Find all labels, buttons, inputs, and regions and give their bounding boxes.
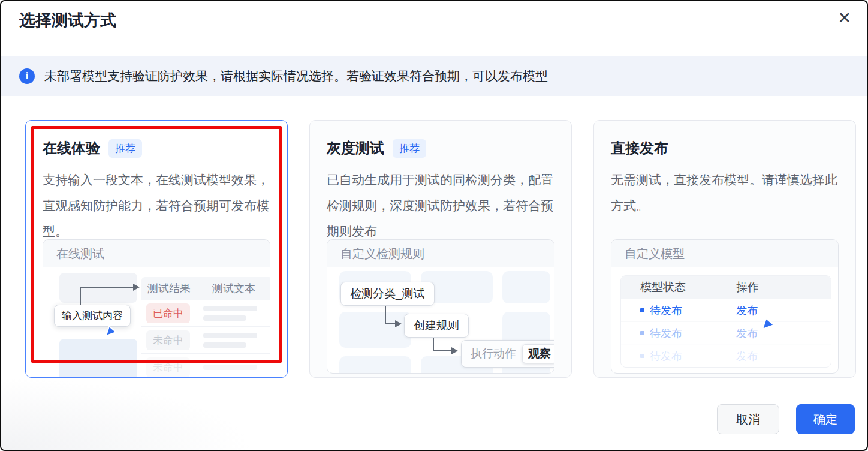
card-online-experience[interactable]: 在线体验 推荐 支持输入一段文本，在线测试模型效果，直观感知防护能力，若符合预期… <box>25 120 288 378</box>
column-header: 模型状态 <box>621 279 736 295</box>
confirm-button[interactable]: 确定 <box>796 404 855 434</box>
table-row: 待发布 发布 <box>621 344 831 367</box>
status-badge: 未命中 <box>146 330 190 350</box>
info-banner: i 未部署模型支持验证防护效果，请根据实际情况选择。若验证效果符合预期，可以发布… <box>1 56 867 96</box>
placeholder-bars <box>203 306 257 321</box>
card-head: 灰度测试 推荐 <box>327 139 554 158</box>
flow-action-label: 执行动作 <box>471 346 516 362</box>
card-description: 已自动生成用于测试的同检测分类，配置检测规则，深度测试防护效果，若符合预期则发布 <box>327 167 554 244</box>
card-gray-test[interactable]: 灰度测试 推荐 已自动生成用于测试的同检测分类，配置检测规则，深度测试防护效果，… <box>309 120 572 378</box>
card-description: 无需测试，直接发布模型。请谨慎选择此方式。 <box>611 167 839 218</box>
card-title: 在线体验 <box>43 139 100 158</box>
flow-step-create-rule: 创建规则 <box>404 314 469 338</box>
cursor-icon <box>761 318 776 332</box>
model-status-table: 模型状态 操作 待发布 发布 待发布 发布 待发布 <box>621 276 831 367</box>
preview-body: 检测分类_测试 创建规则 执行动作 观察 <box>327 267 554 372</box>
info-banner-text: 未部署模型支持验证防护效果，请根据实际情况选择。若验证效果符合预期，可以发布模型 <box>44 68 548 85</box>
card-title: 直接发布 <box>611 139 668 158</box>
table-row: 待发布 发布 <box>621 299 831 321</box>
preview-title: 自定义检测规则 <box>327 240 554 267</box>
publish-link: 发布 <box>736 349 758 363</box>
status-dot <box>640 354 644 358</box>
card-description: 支持输入一段文本，在线测试模型效果，直观感知防护能力，若符合预期可发布模型。 <box>43 167 270 244</box>
placeholder-bars <box>203 365 257 370</box>
preview-title: 自定义模型 <box>611 240 838 267</box>
flow-step-action: 执行动作 观察 <box>461 340 554 368</box>
page-title: 选择测试方式 <box>19 10 116 31</box>
test-method-cards: 在线体验 推荐 支持输入一段文本，在线测试模型效果，直观感知防护能力，若符合预期… <box>25 120 856 378</box>
card-direct-publish[interactable]: 直接发布 无需测试，直接发布模型。请谨慎选择此方式。 自定义模型 模型状态 操作… <box>593 120 856 378</box>
input-tooltip: 输入测试内容 <box>54 305 131 327</box>
publish-link: 发布 <box>736 303 758 318</box>
status-dot <box>640 331 644 335</box>
recommended-badge: 推荐 <box>108 139 142 158</box>
select-test-method-dialog: 选择测试方式 ✕ i 未部署模型支持验证防护效果，请根据实际情况选择。若验证效果… <box>0 0 868 451</box>
flow-step-category: 检测分类_测试 <box>340 282 435 306</box>
placeholder-bars <box>203 333 257 348</box>
status-cell: 待发布 <box>621 349 736 363</box>
online-test-preview: 在线测试 输入测试内容 测试结果 测试文本 <box>43 239 270 378</box>
custom-rule-preview: 自定义检测规则 检测分类_测试 <box>327 239 554 374</box>
cursor-icon <box>105 326 118 339</box>
status-cell: 待发布 <box>621 303 736 318</box>
table-row: 未命中 <box>141 327 270 354</box>
column-header: 测试文本 <box>212 281 255 296</box>
table-header: 模型状态 操作 <box>621 276 831 299</box>
table-row: 未命中 <box>141 354 270 378</box>
status-cell: 待发布 <box>621 326 736 341</box>
status-dot <box>640 308 644 312</box>
custom-model-preview: 自定义模型 模型状态 操作 待发布 发布 待发布 发布 <box>611 239 839 374</box>
cancel-button[interactable]: 取消 <box>717 404 779 434</box>
card-title: 灰度测试 <box>327 139 384 158</box>
placeholder-block <box>59 339 137 378</box>
flow-action-value: 观察 <box>522 344 554 363</box>
table-row: 待发布 发布 <box>621 321 831 344</box>
publish-link: 发布 <box>736 326 758 341</box>
info-icon: i <box>19 68 35 84</box>
card-head: 在线体验 推荐 <box>43 139 270 158</box>
dialog-header: 选择测试方式 ✕ <box>1 1 867 56</box>
placeholder-block <box>502 271 550 303</box>
preview-body: 输入测试内容 测试结果 测试文本 已命中 <box>43 267 270 378</box>
close-icon[interactable]: ✕ <box>837 8 851 28</box>
preview-title: 在线测试 <box>43 240 270 267</box>
preview-body: 模型状态 操作 待发布 发布 待发布 发布 待发布 <box>611 267 838 372</box>
card-head: 直接发布 <box>611 139 839 158</box>
recommended-badge: 推荐 <box>393 139 426 158</box>
column-header: 操作 <box>736 279 759 295</box>
status-badge: 未命中 <box>146 357 190 377</box>
